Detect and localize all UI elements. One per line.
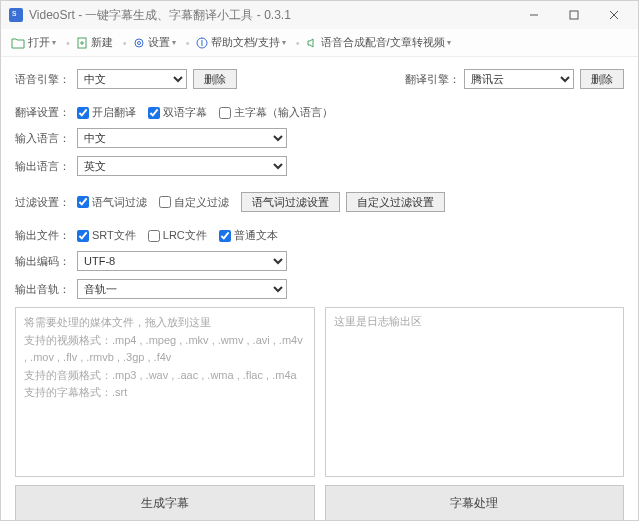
bilingual-checkbox[interactable]: 双语字幕: [148, 105, 207, 120]
app-icon: [9, 8, 23, 22]
speaker-icon: [306, 37, 318, 49]
maximize-button[interactable]: [554, 1, 594, 29]
modal-filter-checkbox[interactable]: 语气词过滤: [77, 195, 147, 210]
input-lang-label: 输入语言：: [15, 131, 73, 146]
caret-down-icon: ▾: [172, 38, 176, 47]
log-placeholder: 这里是日志输出区: [334, 314, 616, 329]
panels: 将需要处理的媒体文件，拖入放到这里 支持的视频格式：.mp4 , .mpeg ,…: [15, 307, 624, 477]
svg-text:i: i: [200, 37, 202, 48]
speech-engine-label: 语音引擎：: [15, 72, 73, 87]
tts-menu[interactable]: 语音合成配音/文章转视频▾: [302, 33, 455, 52]
output-lang-select[interactable]: 英文: [77, 156, 287, 176]
speech-delete-button[interactable]: 删除: [193, 69, 237, 89]
window-title: VideoSrt - 一键字幕生成、字幕翻译小工具 - 0.3.1: [29, 7, 514, 24]
trans-engine-select[interactable]: 腾讯云: [464, 69, 574, 89]
folder-open-icon: [11, 37, 25, 49]
process-subtitle-button[interactable]: 字幕处理: [325, 485, 625, 521]
drop-video-formats: 支持的视频格式：.mp4 , .mpeg , .mkv , .wmv , .av…: [24, 332, 306, 367]
txt-checkbox[interactable]: 普通文本: [219, 228, 278, 243]
custom-filter-checkbox[interactable]: 自定义过滤: [159, 195, 229, 210]
drop-area[interactable]: 将需要处理的媒体文件，拖入放到这里 支持的视频格式：.mp4 , .mpeg ,…: [15, 307, 315, 477]
caret-down-icon: ▾: [52, 38, 56, 47]
drop-subtitle-formats: 支持的字幕格式：.srt: [24, 384, 306, 402]
modal-filter-settings-button[interactable]: 语气词过滤设置: [241, 192, 340, 212]
generate-subtitle-button[interactable]: 生成字幕: [15, 485, 315, 521]
output-lang-label: 输出语言：: [15, 159, 73, 174]
separator: •: [296, 37, 300, 49]
lrc-checkbox[interactable]: LRC文件: [148, 228, 207, 243]
separator: •: [66, 37, 70, 49]
output-lang-row: 输出语言： 英文: [15, 156, 624, 176]
drop-hint: 将需要处理的媒体文件，拖入放到这里: [24, 314, 306, 332]
help-label: 帮助文档/支持: [211, 35, 280, 50]
toolbar: 打开▾ • 新建 • 设置▾ • i 帮助文档/支持▾ • 语音合成配音/文章转…: [1, 29, 638, 57]
info-icon: i: [196, 37, 208, 49]
open-menu[interactable]: 打开▾: [7, 33, 60, 52]
titlebar: VideoSrt - 一键字幕生成、字幕翻译小工具 - 0.3.1: [1, 1, 638, 29]
srt-checkbox[interactable]: SRT文件: [77, 228, 136, 243]
custom-filter-settings-button[interactable]: 自定义过滤设置: [346, 192, 445, 212]
caret-down-icon: ▾: [447, 38, 451, 47]
settings-label: 设置: [148, 35, 170, 50]
new-file-icon: [76, 37, 88, 49]
track-row: 输出音轨： 音轨一: [15, 279, 624, 299]
minimize-button[interactable]: [514, 1, 554, 29]
input-lang-select[interactable]: 中文: [77, 128, 287, 148]
encoding-row: 输出编码： UTF-8: [15, 251, 624, 271]
caret-down-icon: ▾: [282, 38, 286, 47]
gear-icon: [133, 37, 145, 49]
action-row: 生成字幕 字幕处理: [15, 485, 624, 521]
track-select[interactable]: 音轨一: [77, 279, 287, 299]
translate-settings-row: 翻译设置： 开启翻译 双语字幕 主字幕（输入语言）: [15, 105, 624, 120]
main-sub-checkbox[interactable]: 主字幕（输入语言）: [219, 105, 333, 120]
filter-row: 过滤设置： 语气词过滤 自定义过滤 语气词过滤设置 自定义过滤设置: [15, 192, 624, 212]
encoding-label: 输出编码：: [15, 254, 73, 269]
trans-engine-label: 翻译引擎：: [402, 72, 460, 87]
help-menu[interactable]: i 帮助文档/支持▾: [192, 33, 290, 52]
svg-point-7: [135, 39, 143, 47]
filter-label: 过滤设置：: [15, 195, 73, 210]
track-label: 输出音轨：: [15, 282, 73, 297]
tts-label: 语音合成配音/文章转视频: [321, 35, 445, 50]
speech-engine-select[interactable]: 中文: [77, 69, 187, 89]
output-file-row: 输出文件： SRT文件 LRC文件 普通文本: [15, 228, 624, 243]
close-button[interactable]: [594, 1, 634, 29]
separator: •: [186, 37, 190, 49]
settings-menu[interactable]: 设置▾: [129, 33, 180, 52]
trans-delete-button[interactable]: 删除: [580, 69, 624, 89]
trans-settings-label: 翻译设置：: [15, 105, 73, 120]
svg-point-8: [137, 41, 140, 44]
svg-rect-1: [570, 11, 578, 19]
new-label: 新建: [91, 35, 113, 50]
open-label: 打开: [28, 35, 50, 50]
output-file-label: 输出文件：: [15, 228, 73, 243]
engine-row: 语音引擎： 中文 删除 翻译引擎： 腾讯云 删除: [15, 69, 624, 89]
content: 语音引擎： 中文 删除 翻译引擎： 腾讯云 删除 翻译设置： 开启翻译 双语字幕…: [1, 57, 638, 521]
enable-translate-checkbox[interactable]: 开启翻译: [77, 105, 136, 120]
log-area: 这里是日志输出区: [325, 307, 625, 477]
encoding-select[interactable]: UTF-8: [77, 251, 287, 271]
new-menu[interactable]: 新建: [72, 33, 117, 52]
drop-audio-formats: 支持的音频格式：.mp3 , .wav , .aac , .wma , .fla…: [24, 367, 306, 385]
separator: •: [123, 37, 127, 49]
input-lang-row: 输入语言： 中文: [15, 128, 624, 148]
